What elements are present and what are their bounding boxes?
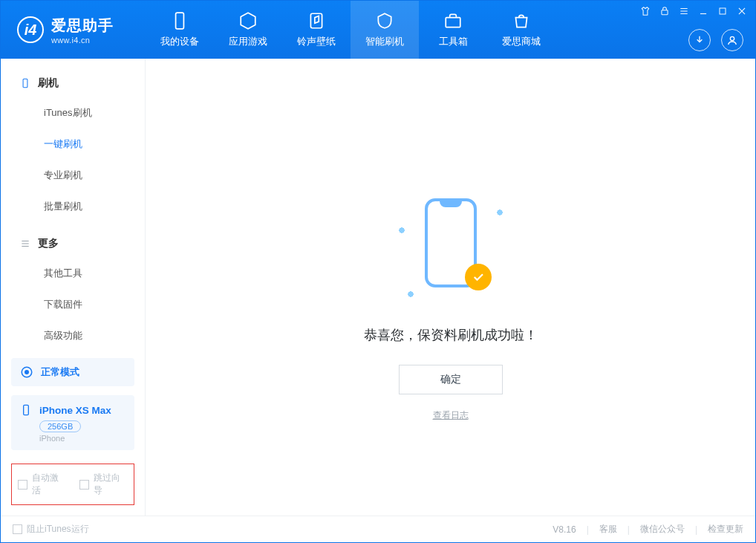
checkbox-label: 自动激活 [32,472,66,497]
account-button[interactable] [721,29,743,51]
tab-smart-flash[interactable]: 智能刷机 [351,1,419,59]
logo-icon: i4 [17,16,44,43]
header-right [688,29,743,51]
checkbox-label: 跳过向导 [94,472,128,497]
tab-label: 工具箱 [439,35,468,48]
svg-point-8 [25,371,29,374]
checkbox-auto-activate[interactable]: 自动激活 [18,472,66,497]
sidebar-item-download-fw[interactable]: 下载固件 [1,289,145,320]
device-capacity: 256GB [39,420,81,432]
tab-label: 智能刷机 [365,35,404,48]
app-window: i4 爱思助手 www.i4.cn 我的设备 应用游戏 铃声壁纸 智能刷机 [0,0,756,543]
app-url: www.i4.cn [51,36,114,45]
tab-label: 铃声壁纸 [297,35,336,48]
spark-icon [494,207,504,218]
checkbox-skip-guide[interactable]: 跳过向导 [79,472,128,497]
tab-ringtone-wallpaper[interactable]: 铃声壁纸 [282,1,351,59]
logo-text: 爱思助手 www.i4.cn [51,16,114,45]
footer-left: 阻止iTunes运行 [13,523,89,536]
mode-card[interactable]: 正常模式 [11,358,134,386]
download-button[interactable] [688,29,711,51]
footer: 阻止iTunes运行 V8.16 | 客服 | 微信公众号 | 检查更新 [1,516,755,542]
svg-rect-9 [24,405,29,414]
main-content: 恭喜您，保资料刷机成功啦！ 确定 查看日志 [146,59,755,516]
close-icon[interactable] [736,5,748,17]
ok-button[interactable]: 确定 [399,365,503,394]
sidebar-group-flash: 刷机 [1,72,145,97]
checkbox-label: 阻止iTunes运行 [27,523,89,536]
list-icon [20,238,30,249]
shirt-icon[interactable] [639,5,651,17]
svg-rect-4 [720,8,726,14]
options-highlight: 自动激活 跳过向导 [11,464,134,505]
app-name: 爱思助手 [51,16,114,36]
footer-link-update[interactable]: 检查更新 [708,523,743,536]
svg-rect-1 [310,13,322,28]
footer-right: V8.16 | 客服 | 微信公众号 | 检查更新 [553,523,743,536]
separator: | [695,524,697,535]
tab-store[interactable]: 爱思商城 [487,1,555,59]
group-title: 刷机 [38,77,59,90]
phone-icon [20,78,30,88]
sidebar-item-other-tools[interactable]: 其他工具 [1,258,145,289]
device-card[interactable]: iPhone XS Max 256GB iPhone [11,395,134,450]
checkbox-box [13,524,22,534]
checkbox-box [18,480,27,490]
svg-rect-2 [446,18,460,27]
menu-icon[interactable] [678,5,690,17]
footer-link-wechat[interactable]: 微信公众号 [640,523,685,536]
separator: | [587,524,589,535]
svg-rect-0 [176,13,184,29]
svg-rect-6 [23,79,27,88]
spark-icon [396,225,406,235]
view-log-link[interactable]: 查看日志 [433,409,469,422]
mode-icon [20,365,33,379]
checkbox-block-itunes[interactable]: 阻止iTunes运行 [13,523,89,536]
lock-icon[interactable] [659,5,671,17]
spark-icon [405,289,415,299]
check-badge-icon [465,264,492,290]
mode-label: 正常模式 [41,365,79,379]
sidebar-scroll: 刷机 iTunes刷机 一键刷机 专业刷机 批量刷机 更多 其他工具 下载固件 … [1,59,145,352]
sidebar-item-onekey-flash[interactable]: 一键刷机 [1,129,145,160]
checkbox-box [79,480,89,490]
device-name: iPhone XS Max [39,405,111,416]
sidebar-item-advanced[interactable]: 高级功能 [1,320,145,351]
nav-tabs: 我的设备 应用游戏 铃声壁纸 智能刷机 工具箱 爱思商城 [146,1,555,59]
tab-label: 我的设备 [160,35,199,48]
separator: | [628,524,630,535]
maximize-icon[interactable] [717,5,729,17]
sidebar-item-itunes-flash[interactable]: iTunes刷机 [1,97,145,129]
header: i4 爱思助手 www.i4.cn 我的设备 应用游戏 铃声壁纸 智能刷机 [1,1,755,59]
tab-my-device[interactable]: 我的设备 [146,1,214,59]
tab-label: 爱思商城 [502,35,541,48]
sidebar-item-pro-flash[interactable]: 专业刷机 [1,160,145,191]
tab-label: 应用游戏 [229,35,267,48]
window-controls [639,5,748,17]
minimize-icon[interactable] [697,5,709,17]
svg-rect-3 [662,10,668,15]
device-icon [20,404,32,416]
sidebar: 刷机 iTunes刷机 一键刷机 专业刷机 批量刷机 更多 其他工具 下载固件 … [1,59,146,516]
footer-link-support[interactable]: 客服 [599,523,617,536]
success-illustration [395,192,506,304]
tab-apps-games[interactable]: 应用游戏 [214,1,282,59]
version-label: V8.16 [553,524,576,535]
svg-point-5 [730,36,734,40]
group-title: 更多 [38,237,59,250]
sidebar-group-more: 更多 [1,233,145,258]
success-message: 恭喜您，保资料刷机成功啦！ [364,326,538,344]
sidebar-item-batch-flash[interactable]: 批量刷机 [1,191,145,222]
device-type: iPhone [39,434,126,443]
logo-area: i4 爱思助手 www.i4.cn [1,1,146,59]
body: 刷机 iTunes刷机 一键刷机 专业刷机 批量刷机 更多 其他工具 下载固件 … [1,59,755,516]
tab-toolbox[interactable]: 工具箱 [419,1,487,59]
